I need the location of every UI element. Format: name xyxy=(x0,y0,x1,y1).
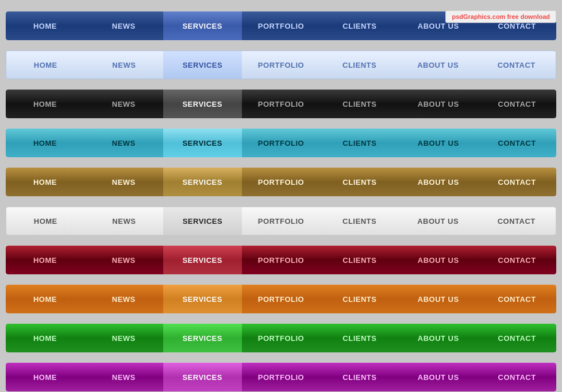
nav-item-about-us[interactable]: ABOUT US xyxy=(399,363,478,391)
nav-item-home[interactable]: HOME xyxy=(6,285,84,313)
nav-item-home[interactable]: HOME xyxy=(6,207,85,235)
nav-item-news[interactable]: NEWS xyxy=(85,51,164,79)
nav-item-contact[interactable]: CONTACT xyxy=(478,246,556,274)
nav-item-portfolio[interactable]: PORTFOLIO xyxy=(242,363,321,391)
nav-wrapper-4: HOMENEWSSERVICESPORTFOLIOCLIENTSABOUT US… xyxy=(6,129,556,157)
nav-item-portfolio[interactable]: PORTFOLIO xyxy=(242,11,321,40)
nav-item-news[interactable]: NEWS xyxy=(84,168,163,196)
nav-item-news[interactable]: NEWS xyxy=(84,285,163,313)
nav-item-clients[interactable]: CLIENTS xyxy=(320,11,399,40)
nav-item-portfolio[interactable]: PORTFOLIO xyxy=(242,207,321,235)
nav-bar-5: HOMENEWSSERVICESPORTFOLIOCLIENTSABOUT US… xyxy=(6,168,556,196)
nav-item-about-us[interactable]: ABOUT US xyxy=(399,90,478,118)
nav-item-portfolio[interactable]: PORTFOLIO xyxy=(242,90,321,118)
nav-item-clients[interactable]: CLIENTS xyxy=(320,168,399,196)
nav-item-about-us[interactable]: ABOUT US xyxy=(399,129,478,157)
nav-item-about-us[interactable]: ABOUT US xyxy=(399,51,478,79)
nav-item-clients[interactable]: CLIENTS xyxy=(320,90,399,118)
nav-item-portfolio[interactable]: PORTFOLIO xyxy=(242,51,321,79)
nav-item-clients[interactable]: CLIENTS xyxy=(320,363,399,391)
nav-item-home[interactable]: HOME xyxy=(6,363,84,391)
nav-item-about-us[interactable]: ABOUT US xyxy=(399,246,478,274)
nav-item-services[interactable]: SERVICES xyxy=(163,168,242,196)
nav-item-about-us[interactable]: ABOUT US xyxy=(399,168,478,196)
nav-item-news[interactable]: NEWS xyxy=(85,207,164,235)
nav-bar-3: HOMENEWSSERVICESPORTFOLIOCLIENTSABOUT US… xyxy=(6,90,556,118)
nav-bar-9: HOMENEWSSERVICESPORTFOLIOCLIENTSABOUT US… xyxy=(6,324,556,352)
nav-wrapper-5: HOMENEWSSERVICESPORTFOLIOCLIENTSABOUT US… xyxy=(6,168,556,196)
nav-wrapper-10: HOMENEWSSERVICESPORTFOLIOCLIENTSABOUT US… xyxy=(6,363,556,391)
nav-wrapper-6: HOMENEWSSERVICESPORTFOLIOCLIENTSABOUT US… xyxy=(6,207,556,235)
nav-item-contact[interactable]: CONTACT xyxy=(477,51,556,79)
nav-item-home[interactable]: HOME xyxy=(6,11,84,40)
nav-item-news[interactable]: NEWS xyxy=(84,324,163,352)
nav-item-news[interactable]: NEWS xyxy=(84,363,163,391)
nav-item-services[interactable]: SERVICES xyxy=(163,90,242,118)
nav-wrapper-7: HOMENEWSSERVICESPORTFOLIOCLIENTSABOUT US… xyxy=(6,246,556,274)
nav-bar-8: HOMENEWSSERVICESPORTFOLIOCLIENTSABOUT US… xyxy=(6,285,556,313)
nav-wrapper-9: HOMENEWSSERVICESPORTFOLIOCLIENTSABOUT US… xyxy=(6,324,556,352)
nav-item-services[interactable]: SERVICES xyxy=(163,324,242,352)
nav-bar-7: HOMENEWSSERVICESPORTFOLIOCLIENTSABOUT US… xyxy=(6,246,556,274)
nav-bar-6: HOMENEWSSERVICESPORTFOLIOCLIENTSABOUT US… xyxy=(6,207,556,235)
nav-item-services[interactable]: SERVICES xyxy=(163,129,242,157)
nav-item-contact[interactable]: CONTACT xyxy=(478,90,556,118)
nav-item-news[interactable]: NEWS xyxy=(84,129,163,157)
nav-item-contact[interactable]: CONTACT xyxy=(478,285,556,313)
nav-item-services[interactable]: SERVICES xyxy=(163,207,242,235)
nav-item-services[interactable]: SERVICES xyxy=(163,11,242,40)
nav-item-home[interactable]: HOME xyxy=(6,129,84,157)
nav-bar-10: HOMENEWSSERVICESPORTFOLIOCLIENTSABOUT US… xyxy=(6,363,556,391)
nav-item-services[interactable]: SERVICES xyxy=(163,363,242,391)
nav-bar-4: HOMENEWSSERVICESPORTFOLIOCLIENTSABOUT US… xyxy=(6,129,556,157)
nav-item-home[interactable]: HOME xyxy=(6,324,84,352)
nav-item-clients[interactable]: CLIENTS xyxy=(320,51,399,79)
nav-item-portfolio[interactable]: PORTFOLIO xyxy=(242,324,321,352)
nav-item-news[interactable]: NEWS xyxy=(84,246,163,274)
nav-item-clients[interactable]: CLIENTS xyxy=(320,324,399,352)
nav-item-contact[interactable]: CONTACT xyxy=(478,363,556,391)
nav-item-services[interactable]: SERVICES xyxy=(163,285,242,313)
nav-item-contact[interactable]: CONTACT xyxy=(478,324,556,352)
nav-item-clients[interactable]: CLIENTS xyxy=(320,129,399,157)
watermark-suffix: .com free download xyxy=(491,13,550,20)
nav-item-home[interactable]: HOME xyxy=(6,90,84,118)
nav-item-about-us[interactable]: ABOUT US xyxy=(399,285,478,313)
nav-item-services[interactable]: SERVICES xyxy=(163,51,242,79)
nav-item-portfolio[interactable]: PORTFOLIO xyxy=(242,168,321,196)
nav-item-home[interactable]: HOME xyxy=(6,168,84,196)
nav-item-about-us[interactable]: ABOUT US xyxy=(399,207,478,235)
nav-item-clients[interactable]: CLIENTS xyxy=(320,285,399,313)
watermark-badge: psdGraphics.com free download xyxy=(445,10,556,23)
nav-bar-2: HOMENEWSSERVICESPORTFOLIOCLIENTSABOUT US… xyxy=(6,51,556,79)
nav-item-contact[interactable]: CONTACT xyxy=(478,168,556,196)
watermark-brand: psdGraphics xyxy=(452,13,490,20)
nav-item-services[interactable]: SERVICES xyxy=(163,246,242,274)
nav-item-contact[interactable]: CONTACT xyxy=(478,129,556,157)
nav-wrapper-8: HOMENEWSSERVICESPORTFOLIOCLIENTSABOUT US… xyxy=(6,285,556,313)
nav-item-home[interactable]: HOME xyxy=(6,51,85,79)
nav-item-news[interactable]: NEWS xyxy=(84,11,163,40)
nav-wrapper-2: HOMENEWSSERVICESPORTFOLIOCLIENTSABOUT US… xyxy=(6,51,556,79)
nav-item-portfolio[interactable]: PORTFOLIO xyxy=(242,129,321,157)
nav-item-news[interactable]: NEWS xyxy=(84,90,163,118)
nav-item-portfolio[interactable]: PORTFOLIO xyxy=(242,285,321,313)
nav-item-portfolio[interactable]: PORTFOLIO xyxy=(242,246,321,274)
nav-item-about-us[interactable]: ABOUT US xyxy=(399,324,478,352)
nav-item-clients[interactable]: CLIENTS xyxy=(320,207,399,235)
nav-item-home[interactable]: HOME xyxy=(6,246,84,274)
nav-item-clients[interactable]: CLIENTS xyxy=(320,246,399,274)
nav-item-contact[interactable]: CONTACT xyxy=(477,207,556,235)
nav-wrapper-3: HOMENEWSSERVICESPORTFOLIOCLIENTSABOUT US… xyxy=(6,90,556,118)
